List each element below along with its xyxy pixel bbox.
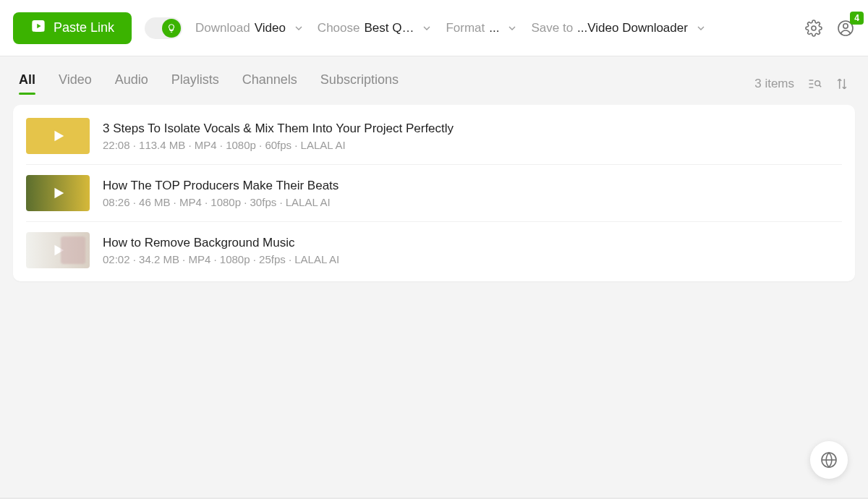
format-dropdown[interactable]: Format ... [446,21,518,35]
choose-value: Best Q… [364,21,414,35]
item-metadata: 08:26 · 46 MB · MP4 · 1080p · 30fps · LA… [103,196,339,208]
download-type-dropdown[interactable]: Download Video [195,21,305,35]
tab-all[interactable]: All [19,72,35,95]
chevron-down-icon [695,22,707,34]
saveto-label: Save to [531,21,573,35]
svg-point-9 [815,80,820,85]
format-label: Format [446,21,485,35]
account-button[interactable]: 4 [836,19,855,38]
paste-link-button[interactable]: Paste Link [13,12,132,44]
language-button[interactable] [810,441,848,479]
quality-dropdown[interactable]: Choose Best Q… [318,21,433,35]
gear-icon [805,20,822,37]
format-value: ... [489,21,499,35]
sort-button[interactable] [835,77,849,91]
paste-link-label: Paste Link [54,20,114,35]
item-metadata: 02:02 · 34.2 MB · MP4 · 1080p · 25fps · … [103,253,339,265]
lightbulb-icon [162,19,181,38]
item-count: 3 items [754,77,794,91]
item-title: How The TOP Producers Make Their Beats [103,179,339,193]
play-overlay-icon [26,175,90,211]
save-to-dropdown[interactable]: Save to ...Video Downloader [531,21,706,35]
item-metadata: 22:08 · 113.4 MB · MP4 · 1080p · 60fps ·… [103,139,454,151]
search-list-button[interactable] [807,77,822,91]
list-item[interactable]: How The TOP Producers Make Their Beats 0… [26,165,842,222]
smart-mode-toggle[interactable] [145,17,182,39]
tab-channels[interactable]: Channels [242,72,297,95]
globe-icon [820,451,838,469]
download-value: Video [255,21,286,35]
svg-point-3 [812,26,816,30]
filter-tabs: All Video Audio Playlists Channels Subsc… [0,56,868,105]
notification-count: 4 [850,12,864,25]
youtube-icon [30,20,46,35]
choose-label: Choose [318,21,360,35]
sort-icon [835,77,849,91]
play-overlay-icon [26,232,90,268]
tab-video[interactable]: Video [59,72,92,95]
tab-subscriptions[interactable]: Subscriptions [320,72,399,95]
svg-point-5 [843,23,848,27]
download-label: Download [195,21,250,35]
tab-playlists[interactable]: Playlists [171,72,219,95]
item-title: How to Remove Background Music [103,236,339,250]
list-item[interactable]: How to Remove Background Music 02:02 · 3… [26,222,842,278]
svg-line-10 [820,85,822,87]
list-item[interactable]: 3 Steps To Isolate Vocals & Mix Them Int… [26,108,842,165]
chevron-down-icon [506,22,518,34]
list-search-icon [807,77,822,91]
settings-button[interactable] [804,19,823,38]
chevron-down-icon [421,22,433,34]
tab-audio[interactable]: Audio [115,72,148,95]
chevron-down-icon [293,22,305,34]
downloads-list: 3 Steps To Isolate Vocals & Mix Them Int… [13,105,855,281]
saveto-value: ...Video Downloader [577,21,688,35]
thumbnail [26,175,90,211]
play-overlay-icon [26,118,90,154]
item-title: 3 Steps To Isolate Vocals & Mix Them Int… [103,121,454,136]
thumbnail [26,232,90,268]
thumbnail [26,118,90,154]
toolbar: Paste Link Download Video Choose Best Q…… [0,0,868,56]
